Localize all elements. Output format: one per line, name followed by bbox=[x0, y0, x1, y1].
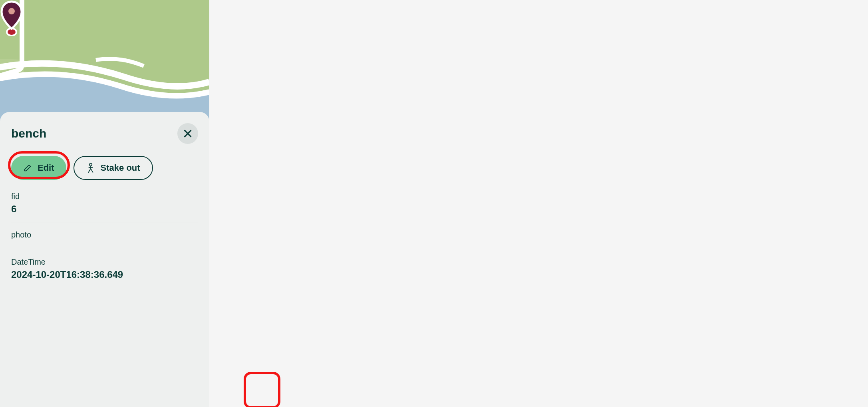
close-icon bbox=[183, 128, 193, 139]
datetime-label: DateTime bbox=[11, 257, 198, 267]
feature-title: bench bbox=[11, 127, 46, 140]
divider bbox=[11, 250, 198, 250]
fid-value: 6 bbox=[11, 204, 198, 219]
edit-button[interactable]: Edit bbox=[11, 156, 66, 180]
stakeout-button-label: Stake out bbox=[101, 163, 140, 173]
datetime-value: 2024-10-20T16:38:36.649 bbox=[11, 269, 198, 285]
stakeout-icon bbox=[86, 163, 95, 173]
annotation-highlight-delete bbox=[244, 372, 280, 407]
stakeout-button[interactable]: Stake out bbox=[73, 156, 153, 180]
svg-point-3 bbox=[89, 164, 91, 166]
svg-point-2 bbox=[8, 8, 15, 14]
panel-feature-preview: bench Edit Stake out fid 6 p bbox=[0, 0, 209, 407]
close-button[interactable] bbox=[177, 123, 198, 144]
photo-value bbox=[11, 242, 198, 247]
divider bbox=[11, 223, 198, 223]
fid-label: fid bbox=[11, 192, 198, 201]
pencil-icon bbox=[23, 164, 32, 172]
edit-button-label: Edit bbox=[38, 163, 54, 173]
photo-label: photo bbox=[11, 230, 198, 239]
feature-bottom-sheet: bench Edit Stake out fid 6 p bbox=[0, 112, 209, 407]
map-pin-icon bbox=[0, 0, 23, 36]
